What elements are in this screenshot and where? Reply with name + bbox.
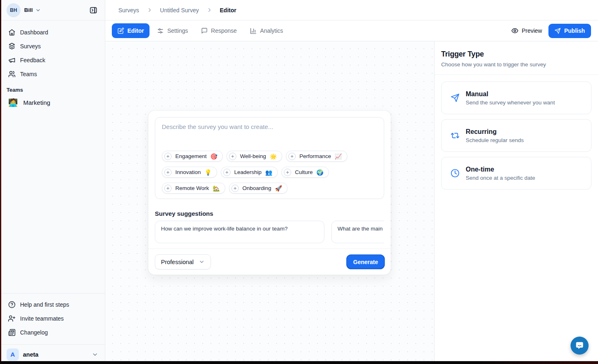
repeat-icon [451, 131, 460, 140]
editor-canvas[interactable]: Describe the survey you want to create..… [105, 41, 434, 364]
chip-label: Onboarding [242, 185, 272, 191]
workspace-name: Bill [24, 7, 33, 13]
chat-launcher-button[interactable] [571, 337, 589, 355]
sidebar-spacer [0, 110, 105, 293]
plus-icon [229, 153, 236, 160]
star-emoji-icon: 🌟 [270, 154, 277, 159]
tone-select[interactable]: Professional [155, 254, 211, 269]
plus-icon [164, 169, 172, 176]
chip-label: Performance [299, 153, 331, 159]
sidebar: BH Bill Dashboard Surveys [0, 0, 105, 364]
sidebar-collapse-icon[interactable] [88, 5, 99, 16]
panel-title: Trigger Type [441, 50, 591, 59]
breadcrumb: Surveys Untitled Survey Editor [105, 0, 598, 20]
window-left-edge [0, 0, 1, 364]
trigger-option-recurring[interactable]: Recurring Schedule regular sends [441, 119, 591, 152]
chevron-right-icon [147, 7, 153, 13]
topic-chip-leadership[interactable]: Leadership 👥 [221, 167, 278, 178]
user-plus-icon [8, 315, 16, 322]
send-icon [451, 93, 460, 102]
tab-settings[interactable]: Settings [151, 23, 194, 38]
workspace-switcher[interactable]: BH Bill [0, 0, 105, 20]
option-description: Send once at a specific date [466, 175, 535, 181]
topic-chip-onboarding[interactable]: Onboarding 🚀 [229, 183, 288, 194]
sidebar-item-help[interactable]: Help and first steps [4, 298, 101, 312]
panel-subtitle: Choose how you want to trigger the surve… [441, 61, 591, 68]
sidebar-item-label: Teams [20, 71, 37, 77]
breadcrumb-surveys[interactable]: Surveys [118, 7, 139, 14]
trigger-option-text: Recurring Schedule regular sends [466, 128, 524, 143]
option-title: One-time [466, 166, 535, 173]
suggestions-row: How can we improve work-life balance in … [155, 221, 384, 243]
window-bottom-edge [0, 361, 598, 364]
sidebar-item-label: Feedback [20, 57, 45, 63]
sidebar-item-changelog[interactable]: Changelog [4, 326, 101, 339]
chart-emoji-icon: 📈 [335, 154, 342, 159]
sidebar-item-label: Dashboard [20, 29, 48, 36]
preview-button[interactable]: Preview [511, 27, 542, 34]
sidebar-item-surveys[interactable]: Surveys [4, 39, 101, 53]
chevron-down-icon [35, 7, 41, 13]
generate-button[interactable]: Generate [347, 255, 384, 269]
chevron-down-icon [92, 351, 98, 358]
account-avatar: A [7, 348, 19, 361]
chip-label: Innovation [175, 169, 201, 175]
preview-label: Preview [522, 27, 542, 34]
busts-emoji-icon: 👥 [265, 170, 272, 175]
survey-prompt-input[interactable]: Describe the survey you want to create..… [155, 117, 384, 199]
trigger-options: Manual Send the survey whenever you want… [435, 75, 598, 196]
newspaper-icon [8, 329, 16, 336]
chevron-down-icon [199, 259, 205, 265]
plus-icon [288, 153, 296, 160]
plus-icon [164, 185, 172, 192]
help-circle-icon [8, 301, 16, 308]
chip-label: Culture [295, 169, 313, 175]
publish-button[interactable]: Publish [548, 24, 591, 38]
option-description: Schedule regular sends [466, 137, 524, 143]
edit-icon [118, 27, 124, 34]
sidebar-item-label: Help and first steps [20, 301, 69, 308]
sidebar-item-teams[interactable]: Teams [4, 67, 101, 81]
sidebar-nav: Dashboard Surveys Feedback Teams [0, 20, 105, 81]
topic-chip-remote-work[interactable]: Remote Work 🏡 [162, 183, 225, 194]
tab-response[interactable]: Response [195, 23, 242, 38]
topic-chip-well-being[interactable]: Well-being 🌟 [227, 151, 282, 162]
sidebar-item-marketing[interactable]: 🧑‍💻 Marketing [0, 95, 105, 110]
chip-label: Well-being [240, 153, 266, 159]
users-icon [8, 70, 16, 78]
tab-editor[interactable]: Editor [112, 23, 150, 38]
tone-selected-value: Professional [161, 259, 194, 265]
topic-chip-culture[interactable]: Culture 🌍 [281, 167, 329, 178]
prompt-placeholder: Describe the survey you want to create..… [162, 123, 377, 130]
megaphone-icon [8, 57, 16, 64]
bar-chart-icon [250, 27, 257, 34]
tab-label: Response [211, 27, 237, 34]
composer-footer: Professional Generate [148, 249, 391, 275]
option-title: Recurring [466, 128, 524, 136]
sidebar-item-dashboard[interactable]: Dashboard [4, 25, 101, 39]
topic-chip-performance[interactable]: Performance 📈 [286, 151, 347, 162]
suggestion-card[interactable]: How can we improve work-life balance in … [155, 221, 324, 243]
trigger-option-text: Manual Send the survey whenever you want [466, 90, 555, 106]
editor-content: Describe the survey you want to create..… [105, 41, 598, 364]
ai-composer-card: Describe the survey you want to create..… [148, 111, 391, 275]
suggestion-card[interactable]: What are the main ob [331, 221, 384, 243]
topic-chip-engagement[interactable]: Engagement 🎯 [162, 151, 223, 162]
suggestions-heading: Survey suggestions [155, 210, 384, 217]
sidebar-item-feedback[interactable]: Feedback [4, 53, 101, 67]
sidebar-item-label: Invite teammates [20, 315, 64, 322]
layers-icon [8, 43, 16, 50]
trigger-panel-header: Trigger Type Choose how you want to trig… [435, 41, 598, 75]
home-icon [8, 29, 16, 36]
topic-chip-innovation[interactable]: Innovation 💡 [162, 167, 217, 178]
trigger-option-one-time[interactable]: One-time Send once at a specific date [441, 157, 591, 190]
trigger-option-text: One-time Send once at a specific date [466, 166, 535, 181]
sidebar-item-invite[interactable]: Invite teammates [4, 312, 101, 326]
chip-label: Remote Work [175, 185, 209, 191]
team-name: Marketing [23, 99, 50, 106]
tab-label: Analytics [260, 27, 283, 34]
tab-analytics[interactable]: Analytics [244, 23, 289, 38]
breadcrumb-editor: Editor [220, 7, 236, 14]
breadcrumb-untitled-survey[interactable]: Untitled Survey [160, 7, 199, 14]
trigger-option-manual[interactable]: Manual Send the survey whenever you want [441, 81, 591, 114]
